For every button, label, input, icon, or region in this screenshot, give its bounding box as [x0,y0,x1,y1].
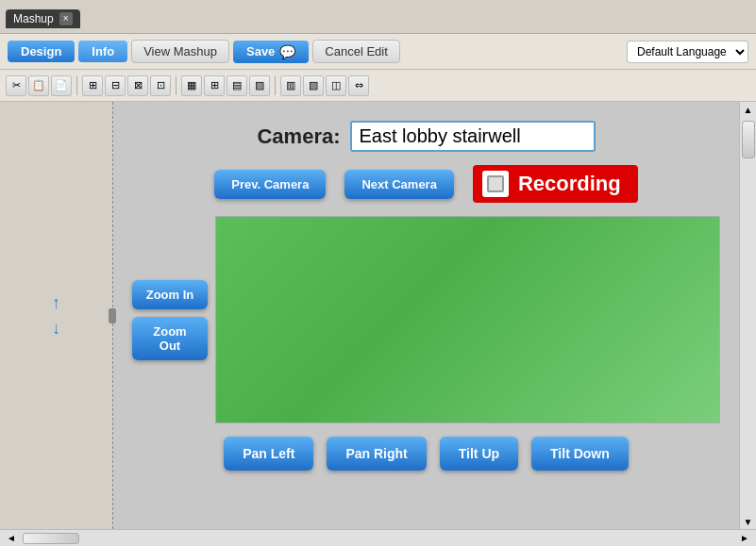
ptz-row: Pan Left Pan Right Tilt Up Tilt Down [132,437,720,471]
align-right-icon[interactable]: ⊠ [127,75,148,96]
left-sidebar: ↑ ↓ [0,102,113,529]
columns-icon[interactable]: ▧ [303,75,324,96]
tab-bar: Mashup × [0,0,756,34]
camera-controls-row: Prev. Camera Next Camera Recording [132,165,720,203]
align-left-icon[interactable]: ⊞ [82,75,103,96]
camera-widget: Camera: Prev. Camera Next Camera Recordi… [113,102,739,529]
tilt-down-button[interactable]: Tilt Down [531,437,629,471]
camera-feed [215,216,720,423]
tab-mashup-label: Mashup [13,12,54,25]
prev-camera-button[interactable]: Prev. Camera [214,170,326,199]
tilt-up-button[interactable]: Tilt Up [440,437,518,471]
toolbar-separator-2 [176,76,176,95]
copy-icon[interactable]: 📋 [28,75,49,96]
toolbar-separator-1 [76,76,77,95]
scroll-up-arrow[interactable]: ▲ [741,102,756,117]
chart-icon[interactable]: ▨ [249,75,270,96]
table-icon[interactable]: ▤ [227,75,247,96]
arrow-up-icon[interactable]: ↑ [52,293,60,313]
sidebar-resize-handle[interactable] [109,308,116,323]
recording-icon [482,171,509,197]
design-tab-button[interactable]: Design [8,41,75,62]
top-toolbar: Design Info View Mashup Save 💬 Cancel Ed… [0,34,756,70]
right-scrollbar: ▲ ▼ [739,102,756,529]
h-scroll-thumb[interactable] [23,533,79,544]
grid-icon[interactable]: ⊞ [204,75,225,96]
cancel-edit-button[interactable]: Cancel Edit [312,40,399,63]
zoom-controls: Zoom In Zoom Out [132,216,208,423]
camera-feed-row: Zoom In Zoom Out [132,216,720,423]
border-icon[interactable]: ▦ [181,75,202,96]
camera-label-row: Camera: [132,121,720,152]
pan-left-button[interactable]: Pan Left [224,437,313,471]
cut-icon[interactable]: ✂ [6,75,26,96]
align-center-icon[interactable]: ⊟ [105,75,126,96]
layout-icon[interactable]: ▥ [280,75,301,96]
save-icon: 💬 [279,44,295,59]
scroll-left-arrow[interactable]: ◄ [4,531,19,546]
view-mashup-button[interactable]: View Mashup [131,40,229,63]
scroll-right-arrow[interactable]: ► [737,531,752,546]
save-button[interactable]: Save 💬 [233,41,309,63]
main-container: ↑ ↓ Camera: Prev. Camera Next Camera Rec… [0,102,756,529]
toolbar-separator-3 [275,76,276,95]
pan-right-button[interactable]: Pan Right [327,437,426,471]
icon-toolbar: ✂ 📋 📄 ⊞ ⊟ ⊠ ⊡ ▦ ⊞ ▤ ▨ ▥ ▧ ◫ ⇔ [0,70,756,102]
tab-mashup[interactable]: Mashup × [6,9,80,28]
distribute-icon[interactable]: ⊡ [150,75,171,96]
resize-arrows: ↑ ↓ [52,293,60,339]
recording-label: Recording [518,172,621,196]
camera-name-input[interactable] [350,121,596,152]
paste-icon[interactable]: 📄 [51,75,72,96]
bottom-scrollbar: ◄ ► [0,529,756,546]
rows-icon[interactable]: ◫ [326,75,346,96]
info-tab-button[interactable]: Info [78,41,127,62]
next-camera-button[interactable]: Next Camera [344,170,454,199]
arrow-down-icon[interactable]: ↓ [52,319,60,339]
camera-label: Camera: [257,124,340,149]
language-select[interactable]: Default Language [627,41,748,63]
resize-icon[interactable]: ⇔ [348,75,369,96]
tab-close-button[interactable]: × [59,12,73,25]
recording-badge: Recording [473,165,638,203]
zoom-in-button[interactable]: Zoom In [132,280,208,309]
scroll-down-arrow[interactable]: ▼ [741,514,756,529]
scroll-thumb[interactable] [742,121,755,158]
zoom-out-button[interactable]: Zoom Out [132,317,208,360]
save-label: Save [246,44,275,58]
